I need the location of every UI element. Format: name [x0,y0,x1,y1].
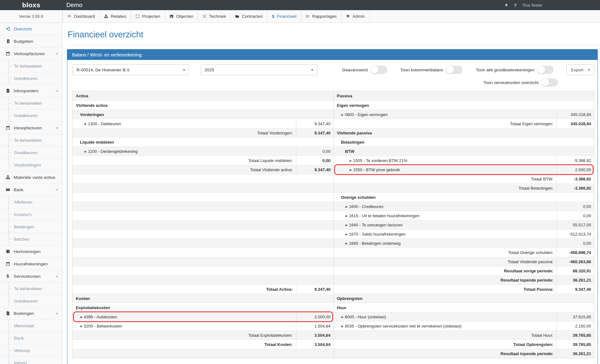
sidebar-item-bank[interactable]: Bank [0,184,62,196]
account-row[interactable]: »1600 - Crediteuren0,00 [334,202,594,211]
sidebar-item-huurafrekeningen[interactable]: Huurafrekeningen [0,258,62,270]
tab-label: Techniek [209,14,226,19]
section-header-row: Activa [73,91,333,101]
total-row: Totaal Exploitatiekosten:3.504,64 [73,330,333,340]
tab-projecten[interactable]: Projecten [131,10,165,23]
total-row: Totaal Overige schulden:-456.896,74 [334,248,594,257]
row-label: Totaal Vorderingen: [257,131,293,135]
help-icon[interactable]: ? [514,3,517,8]
sidebar-item-te-behandelen[interactable]: Te behandelen [0,60,62,72]
sidebar-item-inkoopfacturen[interactable]: Inkoopfacturen [0,122,62,134]
toggle-toon-alle-grootboekrekeningen[interactable] [537,66,554,74]
double-chevron-right-icon: » [345,223,347,227]
toggle-toon-kolommenbalans[interactable] [446,66,463,74]
sidebar-item-incasso-s[interactable]: Incasso's [0,208,62,221]
sidebar-item-verkoop[interactable]: Verkoop [0,344,62,357]
user-name[interactable]: Tina Tester [522,3,542,8]
app-logo[interactable]: bloxs [0,1,63,9]
sidebar-item-betalingen[interactable]: Betalingen [0,221,62,233]
sidebar-item-label: Herinneringen [14,249,41,254]
sidebar-item-servicekosten[interactable]: $Servicekosten [0,270,62,283]
filters-row: R-00514, De Hoevenier B.V. ▾ 2025 ▾ Geav… [72,64,594,75]
account-row[interactable]: »8035 - Opbrengsten servicekosten niet t… [334,321,594,330]
row-label: Resultaat lopende periode: [500,278,553,283]
sidebar-item-boekingen[interactable]: Boekingen [0,307,62,320]
top-navbar: bloxs Demo ? Tina Tester [0,0,600,10]
bell-icon[interactable] [504,3,508,7]
account-row[interactable]: »1615 - Uit te betalen huurafrekeningen0… [334,211,594,220]
svg-text:$: $ [7,40,9,43]
group-row: BTW [334,146,594,156]
sidebar-item-label: Goedkeuren [14,299,37,303]
folder-icon [235,14,239,18]
account-row[interactable]: »1505 - Te vorderen BTW 21%-5.366,92 [334,156,594,165]
sidebar-item-goedkeuren[interactable]: Goedkeuren [0,146,62,159]
sidebar-item-te-behandelen[interactable]: Te behandelen [0,97,62,109]
sidebar-item-afletteren[interactable]: Afletteren [0,196,62,208]
double-chevron-right-icon: » [349,168,351,172]
group-row: Overige schulden [334,192,594,202]
tab-financieel[interactable]: $Financieel [267,10,301,23]
account-row[interactable]: »1100 - Derdengeldrekening0,00 [73,146,333,156]
row-label: Totaal BTW: [531,177,553,181]
sidebar-item-te-behandelen[interactable]: Te behandelen [0,283,62,295]
sidebar-item-te-behandelen[interactable]: Te behandelen [0,134,62,146]
toggle-label: Toon servicekosten overzicht [484,80,538,85]
account-row[interactable]: »1670 - Saldo huurafrekeningen-512.413,7… [334,229,594,238]
account-row[interactable]: »1550 - BTW prive gebruik2.000,00 [334,165,594,174]
sidebar-item-goedkeuren[interactable]: Goedkeuren [0,72,62,85]
sidebar-item-goedkeuren[interactable]: Goedkeuren [0,295,62,307]
row-label: Totaal Belastingen: [518,186,553,191]
sidebar-item-inkooporders[interactable]: Inkooporders [0,85,62,97]
sidebar-item-label: Betalingen [14,224,34,229]
sidebar: Overzicht$BudgettenVerkoopfacturenTe beh… [0,23,63,364]
tab-label: Objecten [176,14,193,19]
year-select-value: 2025 [205,68,214,72]
tab-techniek[interactable]: Techniek [198,10,231,23]
sidebar-item-bank[interactable]: Bank [0,332,62,344]
sidebar-item-inkoop[interactable]: Inkoop [0,357,62,364]
account-row[interactable]: »4395 - Autokosten2.000,00 [73,312,333,321]
sidebar-item-goedkeuren[interactable]: Goedkeuren [0,109,62,122]
toggle-toon-servicekosten-overzicht[interactable] [541,78,558,87]
tab-contracten[interactable]: Contracten [231,10,267,23]
sidebar-item-verplichtingen[interactable]: Verplichtingen [0,159,62,171]
tab-dashboard[interactable]: Dashboard [63,10,100,23]
total-row: Resultaat lopende periode:36.261,21 [334,275,594,284]
sidebar-item-budgetten[interactable]: $Budgetten [0,35,62,48]
account-row[interactable]: »1300 - Debiteuren9.347,40 [73,119,333,128]
sidebar-item-label: Inkoop [14,361,27,364]
row-label: 1670 - Saldo huurafrekeningen [349,232,406,237]
toggle-geavanceerd[interactable] [371,66,387,74]
tab-rapportages[interactable]: Rapportages [301,10,341,23]
sidebar-item-label: Goedkeuren [14,76,37,81]
entity-select[interactable]: R-00514, De Hoevenier B.V. ▾ [72,64,189,75]
amount-cell: 9.347,40 [557,285,594,294]
sign-in-icon [5,27,10,31]
export-button[interactable]: Export ▾ [566,64,594,75]
chevron-down-icon [55,52,59,55]
tab-relaties[interactable]: Relaties [100,10,131,23]
row-label: Opbrengsten [337,296,363,301]
sidebar-item-overzicht[interactable]: Overzicht [0,23,62,35]
sidebar-item-materi-le-vaste-activa[interactable]: Materiële vaste activa [0,171,62,184]
account-row[interactable]: »0600 - Eigen vermogen345.028,94 [334,110,594,119]
tab-admin[interactable]: Admin [341,10,369,23]
section-header-row: Kosten [73,294,333,303]
account-row[interactable]: »8000 - Huur (onbelast)37.615,85 [334,312,594,321]
amount-cell: 55.517,00 [557,220,594,229]
row-label: Totaal Exploitatiekosten: [248,333,293,338]
account-row[interactable]: »1685 - Betalingen onderweg0,00 [334,238,594,248]
amount-cell: 2.000,00 [557,165,594,174]
sidebar-item-batches[interactable]: Batches [0,233,62,245]
year-select[interactable]: 2025 ▾ [201,64,317,75]
amount-cell: 39.765,85 [557,340,594,349]
account-row[interactable]: »5200 - Beheerkosten1.504,64 [73,321,333,330]
tab-objecten[interactable]: Objecten [165,10,198,23]
sidebar-item-herinneringen[interactable]: Herinneringen [0,245,62,258]
row-label: Totaal Liquide middelen: [248,158,293,163]
sidebar-item-memoriaal[interactable]: Memoriaal [0,320,62,332]
sidebar-item-verkoopfacturen[interactable]: Verkoopfacturen [0,48,62,60]
account-row[interactable]: »1640 - Te ontvangen facturen55.517,00 [334,220,594,229]
row-label: Activa [76,94,88,98]
